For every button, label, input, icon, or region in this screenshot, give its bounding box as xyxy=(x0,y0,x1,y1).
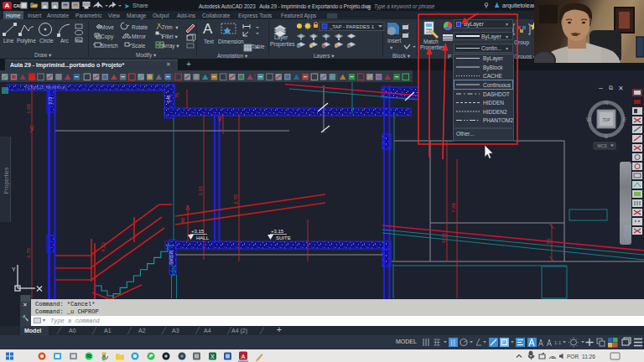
svg-text:ByLayer: ByLayer xyxy=(483,55,504,62)
svg-text:_TAP - PAREDES 1: _TAP - PAREDES 1 xyxy=(329,24,375,29)
svg-text:HALL: HALL xyxy=(196,235,210,240)
svg-text:2.72: 2.72 xyxy=(49,96,53,104)
svg-text:A: A xyxy=(203,21,213,37)
svg-text:POR: POR xyxy=(567,354,579,359)
svg-text:[-][Top][2D Wireframe]: [-][Top][2D Wireframe] xyxy=(25,85,67,90)
svg-text:DASHDOT: DASHDOT xyxy=(483,91,510,97)
svg-text:X: X xyxy=(210,354,215,359)
svg-text:6.13: 6.13 xyxy=(441,233,446,243)
svg-text:6.70: 6.70 xyxy=(26,248,31,258)
svg-text:75: 75 xyxy=(174,92,179,98)
svg-text:N: N xyxy=(605,100,609,106)
svg-text:80: 80 xyxy=(180,217,185,223)
svg-text:1.00: 1.00 xyxy=(26,104,31,114)
svg-text:HIDDEN2: HIDDEN2 xyxy=(483,109,507,115)
svg-text:Continuous: Continuous xyxy=(483,82,512,88)
svg-text:4.23: 4.23 xyxy=(101,242,106,252)
svg-text:E: E xyxy=(623,116,627,122)
svg-text:+3.15: +3.15 xyxy=(271,229,284,234)
svg-text:2.70: 2.70 xyxy=(233,194,238,204)
svg-text:TOP: TOP xyxy=(602,118,610,122)
svg-text:W: W xyxy=(586,116,592,122)
svg-text:Other...: Other... xyxy=(456,131,475,137)
svg-text:WCS: WCS xyxy=(597,143,607,148)
svg-text:40: 40 xyxy=(217,116,222,122)
svg-text:SUITE: SUITE xyxy=(276,235,291,240)
svg-text:SW2026: SW2026 xyxy=(169,250,174,265)
svg-text:3.10: 3.10 xyxy=(198,186,203,196)
svg-text:SOBE: SOBE xyxy=(171,264,176,277)
svg-text:A: A xyxy=(242,353,246,360)
svg-text:7.68: 7.68 xyxy=(451,203,456,213)
svg-text:ByBlock: ByBlock xyxy=(483,65,503,71)
svg-text:Y: Y xyxy=(12,266,16,272)
svg-text:CACHE: CACHE xyxy=(483,73,502,79)
svg-text:+3.15: +3.15 xyxy=(191,229,205,234)
svg-text:HIDDEN: HIDDEN xyxy=(483,100,504,106)
svg-text:50: 50 xyxy=(546,238,551,244)
svg-text:PHANTOM2: PHANTOM2 xyxy=(483,117,513,123)
svg-text:1:1: 1:1 xyxy=(554,340,562,345)
svg-text:S: S xyxy=(605,133,609,139)
svg-text:11:26: 11:26 xyxy=(582,354,595,359)
svg-text:2.43: 2.43 xyxy=(167,95,171,102)
